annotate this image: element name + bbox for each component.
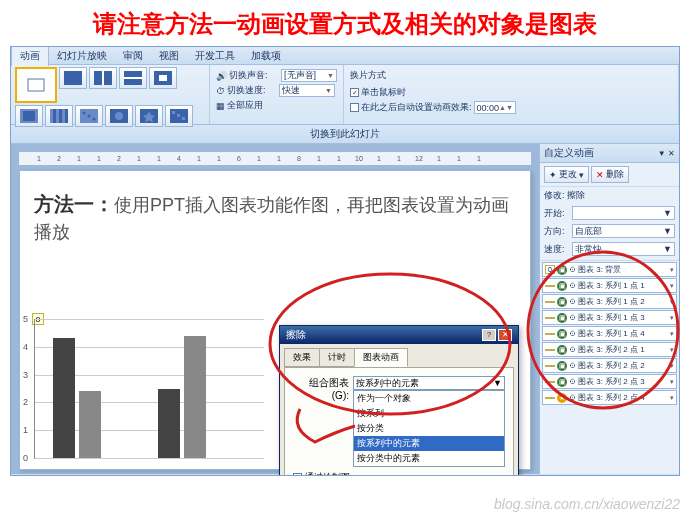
speaker-icon: 🔊 — [216, 71, 227, 81]
transition-item[interactable] — [165, 105, 193, 127]
start-label: 开始: — [544, 207, 570, 220]
combo-option[interactable]: 按分类 — [354, 421, 504, 436]
start-select[interactable]: ▼ — [572, 206, 675, 220]
panel-speed-select[interactable]: 非常快▼ — [572, 242, 675, 256]
onclick-label: 单击鼠标时 — [361, 86, 406, 99]
transition-item[interactable] — [75, 105, 103, 127]
svg-rect-21 — [182, 117, 185, 120]
page-banner: 请注意方法一动画设置方式及相关的对象是图表 — [0, 0, 690, 46]
effect-options-dialog: 擦除 ?✕ 效果 计时 图表动画 组合图表(G): 按系列中的元素▼ 作为一个对… — [279, 325, 519, 476]
svg-point-14 — [93, 118, 96, 121]
chart-object[interactable]: 0 012345 — [34, 319, 264, 459]
svg-point-12 — [83, 112, 86, 115]
clock-icon: ⏲ — [569, 362, 576, 369]
transition-none[interactable] — [15, 67, 57, 103]
transition-item[interactable] — [119, 67, 147, 89]
animation-item[interactable]: ★⏲图表 3: 系列 2 点 4▾ — [542, 390, 677, 405]
ribbon-group-label: 切换到此幻灯片 — [11, 125, 679, 144]
clock-icon: ⏲ — [569, 298, 576, 305]
animation-item[interactable]: ▣⏲图表 3: 系列 1 点 2▾ — [542, 294, 677, 309]
animation-item[interactable]: ▣⏲图表 3: 系列 1 点 3▾ — [542, 310, 677, 325]
animation-list: 0▣⏲图表 3: 背景▾▣⏲图表 3: 系列 1 点 1▾▣⏲图表 3: 系列 … — [540, 260, 679, 474]
clock-icon: ⏲ — [569, 330, 576, 337]
combo-option[interactable]: 按分类中的元素 — [354, 451, 504, 466]
combo-option[interactable]: 按系列中的元素 — [354, 436, 504, 451]
animation-item[interactable]: 0▣⏲图表 3: 背景▾ — [542, 262, 677, 277]
clock-icon: ⏲ — [569, 378, 576, 385]
group-chart-listbox[interactable]: 作为一个对象按系列按分类按系列中的元素按分类中的元素 — [353, 390, 505, 467]
change-button[interactable]: ✦更改▾ — [544, 166, 589, 183]
tab-addins[interactable]: 加载项 — [243, 46, 289, 66]
panel-speed-label: 速度: — [544, 243, 570, 256]
transition-options: 🔊切换声音:[无声音]▼ ⏱切换速度:快速▼ ▦全部应用 — [210, 65, 344, 124]
transition-item[interactable] — [135, 105, 163, 127]
speed-label: 切换速度: — [227, 84, 277, 97]
transition-gallery — [11, 65, 210, 124]
after-checkbox[interactable] — [350, 103, 359, 112]
direction-select[interactable]: 自底部▼ — [572, 224, 675, 238]
speed-select[interactable]: 快速▼ — [279, 84, 335, 97]
animation-item[interactable]: ▣⏲图表 3: 系列 2 点 2▾ — [542, 358, 677, 373]
svg-rect-19 — [172, 111, 175, 114]
tab-chart-anim[interactable]: 图表动画 — [354, 348, 408, 367]
sound-label: 切换声音: — [229, 69, 279, 82]
transition-item[interactable] — [59, 67, 87, 89]
draw-checkbox[interactable]: ✓ — [293, 473, 302, 476]
clock-icon: ⏲ — [569, 266, 576, 273]
remove-button[interactable]: ✕删除 — [591, 166, 629, 183]
svg-point-16 — [115, 112, 123, 120]
svg-rect-3 — [102, 71, 104, 85]
slide-title: 方法一：使用PPT插入图表功能作图，再把图表设置为动画播放 — [34, 189, 516, 246]
modify-label: 修改: 擦除 — [540, 187, 679, 204]
transition-item[interactable] — [149, 67, 177, 89]
remove-icon: ✕ — [596, 170, 604, 180]
advance-title: 换片方式 — [350, 69, 672, 82]
powerpoint-window: 动画 幻灯片放映 审阅 视图 开发工具 加载项 🔊切换声音 — [10, 46, 680, 476]
onclick-checkbox[interactable]: ✓ — [350, 88, 359, 97]
tab-review[interactable]: 审阅 — [115, 46, 151, 66]
transition-item[interactable] — [105, 105, 133, 127]
animation-item[interactable]: ▣⏲图表 3: 系列 2 点 3▾ — [542, 374, 677, 389]
animation-item[interactable]: ▣⏲图表 3: 系列 1 点 1▾ — [542, 278, 677, 293]
help-button[interactable]: ? — [482, 329, 496, 341]
tab-view[interactable]: 视图 — [151, 46, 187, 66]
clock-icon: ⏲ — [569, 314, 576, 321]
svg-rect-1 — [64, 71, 82, 85]
draw-label: 通过绘制图 — [305, 471, 350, 476]
tab-animation[interactable]: 动画 — [11, 46, 49, 66]
direction-label: 方向: — [544, 225, 570, 238]
tab-effect[interactable]: 效果 — [284, 348, 320, 367]
clock-icon: ⏲ — [569, 346, 576, 353]
transition-item[interactable] — [15, 105, 43, 127]
group-chart-label: 组合图表(G): — [293, 376, 349, 401]
tab-slideshow[interactable]: 幻灯片放映 — [49, 46, 115, 66]
ribbon-body: 🔊切换声音:[无声音]▼ ⏱切换速度:快速▼ ▦全部应用 换片方式 ✓单击鼠标时… — [11, 65, 679, 125]
svg-rect-7 — [159, 75, 167, 81]
close-button[interactable]: ✕ — [498, 329, 512, 341]
clock-icon: ⏱ — [216, 86, 225, 96]
svg-rect-5 — [124, 77, 142, 79]
watermark: blog.sina.com.cn/xiaowenzi22 — [494, 496, 680, 512]
change-icon: ✦ — [549, 170, 557, 180]
group-chart-combo[interactable]: 按系列中的元素▼ — [353, 376, 505, 390]
pane-dropdown-icon[interactable]: ▼ ✕ — [658, 149, 675, 158]
after-label: 在此之后自动设置动画效果: — [361, 101, 472, 114]
tab-developer[interactable]: 开发工具 — [187, 46, 243, 66]
pane-title: 自定义动画 — [544, 146, 594, 160]
apply-all-button[interactable]: 全部应用 — [227, 99, 263, 112]
advance-slide: 换片方式 ✓单击鼠标时 在此之后自动设置动画效果:00:00▲▼ — [344, 65, 679, 124]
tab-timing[interactable]: 计时 — [319, 348, 355, 367]
after-time[interactable]: 00:00▲▼ — [474, 101, 516, 114]
transition-item[interactable] — [89, 67, 117, 89]
animation-item[interactable]: ▣⏲图表 3: 系列 2 点 1▾ — [542, 342, 677, 357]
dialog-title: 擦除 — [286, 328, 306, 342]
combo-option[interactable]: 作为一个对象 — [354, 391, 504, 406]
horizontal-ruler: 1211211411611811101112111 — [19, 152, 531, 166]
svg-rect-0 — [28, 79, 44, 91]
transition-item[interactable] — [45, 105, 73, 127]
animation-item[interactable]: ▣⏲图表 3: 系列 1 点 4▾ — [542, 326, 677, 341]
sound-select[interactable]: [无声音]▼ — [281, 69, 337, 82]
clock-icon: ⏲ — [569, 394, 576, 401]
ribbon-tabs: 动画 幻灯片放映 审阅 视图 开发工具 加载项 — [11, 47, 679, 65]
combo-option[interactable]: 按系列 — [354, 406, 504, 421]
